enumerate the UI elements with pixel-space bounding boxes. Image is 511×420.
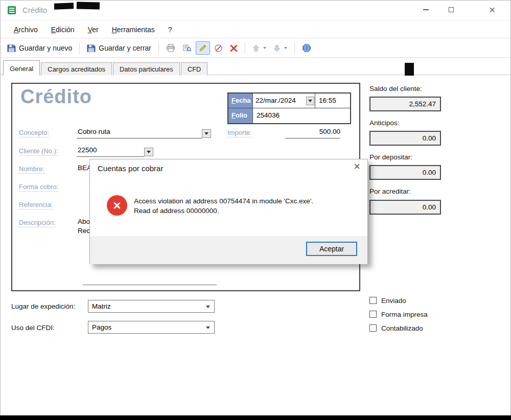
dropdown-arrow-icon <box>308 100 312 102</box>
delete-button[interactable] <box>227 42 241 55</box>
close-icon: × <box>489 4 495 16</box>
saldo-cliente-value: 2,552.47 <box>369 97 441 111</box>
maximize-icon <box>449 7 454 12</box>
print-icon <box>166 44 175 52</box>
menubar: Archivo Edición Ver Herramientas ? <box>0 21 511 38</box>
cliente-dropdown-button[interactable] <box>144 148 153 156</box>
cancel-icon <box>214 44 223 53</box>
menu-herramientas[interactable]: Herramientas <box>105 22 161 37</box>
tab-general[interactable]: General <box>3 60 40 75</box>
importe-underline <box>285 138 340 138</box>
window-title: Crédito <box>22 6 47 14</box>
cliente-value[interactable]: 22500 <box>78 146 97 154</box>
dialog-title: Cuentas por cobrar <box>98 164 163 173</box>
redaction-mark <box>77 2 100 10</box>
minimize-button[interactable] <box>417 3 434 16</box>
menu-ayuda[interactable]: ? <box>161 22 179 37</box>
cliente-label[interactable]: Cliente (No.): <box>19 147 58 156</box>
credito-window: { "colors": { "label_color": "#8fa0b6", … <box>0 0 511 420</box>
lugar-expedicion-value: Matriz <box>92 302 111 310</box>
toolbar-separator <box>79 42 80 54</box>
dropdown-arrow-icon <box>147 151 151 153</box>
uso-cfdi-combobox[interactable]: Pagos <box>88 321 215 334</box>
menu-ver[interactable]: Ver <box>81 22 105 37</box>
bottom-black-bar <box>0 415 511 420</box>
importe-label[interactable]: Importe: <box>227 129 252 137</box>
help-globe-icon <box>302 43 311 53</box>
importe-value[interactable]: 500.00 <box>285 128 340 135</box>
maximize-button[interactable] <box>443 3 460 16</box>
lugar-expedicion-label: Lugar de expedición: <box>11 302 75 310</box>
chevron-down-icon <box>206 306 210 308</box>
forma-cobro-label[interactable]: Forma cobro: <box>19 183 58 192</box>
fecha-label: Fecha <box>228 94 253 108</box>
dialog-message-line2: Read of address 00000000. <box>134 207 219 215</box>
saldo-cliente-label: Saldo del cliente: <box>369 85 422 92</box>
uso-cfdi-label: Uso del CFDI: <box>11 324 55 332</box>
pencil-icon <box>199 44 207 52</box>
guardar-y-cerrar-button[interactable]: Guardar y cerrar <box>84 41 154 55</box>
tab-cargos-acreditados[interactable]: Cargos acreditados <box>41 62 112 75</box>
dropdown-arrow-icon <box>204 132 208 135</box>
aceptar-button[interactable]: Aceptar <box>306 242 357 256</box>
print-button[interactable] <box>163 41 178 55</box>
form-heading: Crédito <box>20 86 92 108</box>
concepto-dropdown-button[interactable] <box>202 129 211 138</box>
error-icon: × <box>107 195 127 216</box>
guardar-y-cerrar-label: Guardar y cerrar <box>99 44 151 52</box>
arrow-up-icon <box>252 44 260 52</box>
folio-field[interactable]: 254036 <box>253 108 350 123</box>
next-record-button[interactable] <box>270 42 290 55</box>
save-close-icon <box>87 44 96 53</box>
error-dialog: Cuentas por cobrar × × Access violation … <box>89 159 368 264</box>
tab-datos-particulares[interactable]: Datos particulares <box>113 62 180 75</box>
fecha-folio-table: Fecha 22/mar./2024 16:55 Folio 254036 <box>227 92 351 124</box>
checkbox-enviado[interactable] <box>369 297 377 304</box>
close-button[interactable]: × <box>483 3 501 16</box>
anticipos-label: Anticipos: <box>369 119 400 127</box>
caret-down-icon <box>284 47 287 49</box>
minimize-icon <box>423 9 429 10</box>
help-button[interactable] <box>299 41 314 55</box>
folio-label: Folio <box>228 108 253 123</box>
guardar-y-nuevo-label: Guardar y nuevo <box>19 44 72 52</box>
concepto-value[interactable]: Cobro ruta <box>78 128 110 135</box>
menu-edicion[interactable]: Edición <box>44 22 81 37</box>
toolbar-separator <box>245 42 245 54</box>
concepto-label[interactable]: Concepto: <box>19 129 49 137</box>
delete-x-icon <box>230 44 238 52</box>
fecha-value: 22/mar./2024 <box>256 97 296 104</box>
nombre-label[interactable]: Nombre: <box>19 165 44 174</box>
chevron-down-icon <box>206 326 210 329</box>
descripcion-label[interactable]: Descripción: <box>19 219 56 227</box>
anticipos-value: 0.00 <box>369 131 441 146</box>
dialog-close-icon[interactable]: × <box>354 161 360 172</box>
checkbox-forma-impresa[interactable] <box>369 311 377 318</box>
concepto-underline <box>77 138 202 138</box>
checkbox-enviado-label: Enviado <box>381 297 406 305</box>
save-new-icon <box>7 44 16 53</box>
field-underline <box>83 285 217 285</box>
print-preview-button[interactable] <box>179 41 195 55</box>
edit-mode-button[interactable] <box>196 41 210 55</box>
menu-archivo[interactable]: Archivo <box>7 22 44 37</box>
referencia-label[interactable]: Referencia: <box>19 201 53 209</box>
por-depositar-value: 0.00 <box>369 165 441 180</box>
uso-cfdi-value: Pagos <box>92 323 111 331</box>
guardar-y-nuevo-button[interactable]: Guardar y nuevo <box>4 41 75 55</box>
redaction-mark <box>54 3 74 9</box>
print-preview-icon <box>182 44 192 52</box>
checkbox-forma-impresa-label: Forma impresa <box>381 311 428 318</box>
toolbar-separator <box>294 42 295 54</box>
por-depositar-label: Por depositar: <box>369 153 412 161</box>
tab-cfd[interactable]: CFD <box>181 62 208 75</box>
dialog-message-line1: Access violation at address 00754474 in … <box>134 197 313 205</box>
cancel-document-button[interactable] <box>211 41 226 55</box>
hora-field[interactable]: 16:55 <box>315 94 350 108</box>
fecha-dropdown-button[interactable] <box>306 97 314 105</box>
app-icon <box>7 6 16 17</box>
error-x-glyph: × <box>113 198 121 214</box>
previous-record-button[interactable] <box>249 42 269 55</box>
checkbox-contabilizado[interactable] <box>369 324 377 332</box>
lugar-expedicion-combobox[interactable]: Matriz <box>88 300 215 313</box>
